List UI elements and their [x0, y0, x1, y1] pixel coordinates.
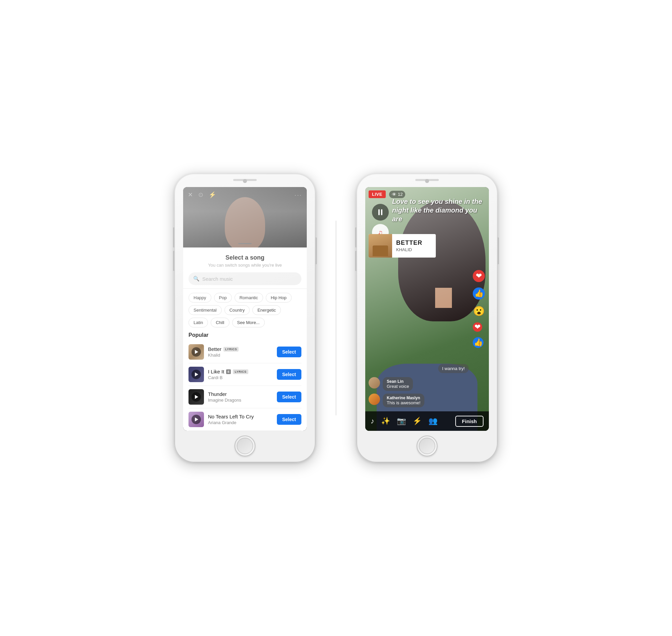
music-bottom-icon[interactable]: ♪: [371, 417, 374, 425]
live-stream-screen: LIVE 👁 12 Love to see you shine in the: [365, 187, 489, 431]
song-info-ilike: I Like It E LYRICS Cardi B: [208, 369, 273, 380]
swipe-handle: [238, 243, 252, 244]
song-card-thumbnail: [369, 234, 392, 258]
lyrics-badge-ilike: LYRICS: [233, 370, 248, 374]
song-artist-thunder: Imagine Dragons: [208, 398, 273, 403]
play-icon-thunder: [192, 392, 201, 402]
home-button-ring-right: [419, 438, 435, 454]
select-button-better[interactable]: Select: [277, 346, 301, 357]
reaction-thumbup-2[interactable]: 👍: [473, 337, 483, 348]
lyrics-overlay: Love to see you shine in the night like …: [392, 197, 485, 223]
reaction-heart[interactable]: ❤: [473, 270, 485, 282]
song-row-notears[interactable]: No Tears Left To Cry Ariana Grande Selec…: [189, 408, 301, 431]
live-badge: LIVE: [369, 191, 386, 198]
select-button-ilike[interactable]: Select: [277, 369, 301, 380]
song-card[interactable]: BETTER KHALID: [369, 234, 436, 258]
genre-tag-romantic[interactable]: Romantic: [234, 293, 263, 302]
reactions-bar: ❤ 👍 😮 ❤ 👍: [473, 270, 485, 348]
avatar-katherine: [369, 394, 380, 405]
phones-divider: [336, 221, 336, 415]
volume-up-btn[interactable]: [173, 227, 174, 247]
viewer-number: 12: [398, 192, 403, 197]
finish-button[interactable]: Finish: [455, 416, 483, 427]
popular-label: Popular: [189, 332, 301, 338]
song-thumb-thunder: [189, 389, 204, 405]
lyrics-text: Love to see you shine in the night like …: [392, 197, 485, 223]
song-list: Better LYRICS Khalid Select: [189, 341, 301, 431]
power-btn-r[interactable]: [498, 237, 499, 264]
comment-iwanna-text: I wanna try!: [442, 366, 465, 371]
more-options-icon[interactable]: ···: [294, 191, 302, 199]
camera-flip-icon[interactable]: 📷: [397, 417, 406, 425]
phone-left: ✕ ⊙ ⚡ ··· Select a song You can switch s…: [174, 174, 315, 462]
volume-down-btn-r[interactable]: [355, 251, 357, 271]
select-button-thunder[interactable]: Select: [277, 392, 301, 402]
pause-button[interactable]: [372, 204, 389, 221]
song-row-thunder[interactable]: Thunder Imagine Dragons Select: [189, 386, 301, 408]
song-row-ilike[interactable]: I Like It E LYRICS Cardi B Select: [189, 363, 301, 386]
genre-tag-latin[interactable]: Latin: [189, 318, 208, 327]
eye-icon: 👁: [392, 192, 397, 197]
person-neck: [435, 288, 452, 308]
song-card-artist: KHALID: [396, 247, 422, 252]
song-info-better: Better LYRICS Khalid: [208, 346, 273, 358]
camera-toolbar: ✕ ⊙ ⚡ ···: [183, 187, 307, 202]
song-card-info: BETTER KHALID: [392, 234, 426, 258]
genre-tag-pop[interactable]: Pop: [214, 293, 232, 302]
flash-bottom-icon[interactable]: ⚡: [412, 417, 422, 425]
select-button-notears[interactable]: Select: [277, 414, 301, 425]
search-bar[interactable]: 🔍 Search music: [189, 272, 301, 285]
comment-bubble-katherine: Katherine Maslyn This is awesome!: [383, 394, 424, 407]
play-icon-ilike: [192, 370, 201, 379]
comments-area: I wanna try! Sean Lin Great voice Kather…: [369, 364, 469, 407]
explicit-badge-ilike: E: [226, 370, 231, 374]
volume-up-btn-r[interactable]: [355, 227, 357, 247]
genre-tag-energetic[interactable]: Energetic: [252, 305, 281, 315]
song-card-artwork: [369, 234, 392, 258]
pause-bar-2: [381, 209, 382, 215]
genre-tag-seemore[interactable]: See More...: [232, 318, 265, 327]
home-button-ring: [237, 438, 253, 454]
avatar-sean: [369, 377, 380, 389]
power-btn[interactable]: [315, 237, 317, 264]
song-thumb-notears: [189, 412, 204, 427]
comment-sean: Sean Lin Great voice: [369, 377, 469, 391]
genre-tag-hiphop[interactable]: Hip Hop: [266, 293, 292, 302]
live-bottom-bar: ♪ ✨ 📷 ⚡ 👥 Finish: [365, 411, 489, 431]
effects-icon[interactable]: ✨: [381, 417, 390, 425]
comment-user-sean: Sean Lin: [387, 379, 409, 384]
camera-icon[interactable]: ⊙: [198, 191, 203, 198]
reaction-heart-2[interactable]: ❤: [473, 322, 482, 332]
song-name-notears: No Tears Left To Cry: [208, 414, 254, 419]
flash-icon[interactable]: ⚡: [209, 191, 216, 198]
song-info-thunder: Thunder Imagine Dragons: [208, 391, 273, 403]
home-button-left[interactable]: [234, 436, 255, 456]
genre-tag-chill[interactable]: Chill: [211, 318, 229, 327]
song-artist-better: Khalid: [208, 353, 273, 358]
reaction-wow[interactable]: 😮: [473, 305, 485, 317]
song-selector-subtitle: You can switch songs while you're live: [189, 263, 301, 267]
song-row-better[interactable]: Better LYRICS Khalid Select: [189, 341, 301, 363]
comment-bubble-sean: Sean Lin Great voice: [383, 377, 413, 391]
reaction-thumbup-1[interactable]: 👍: [473, 287, 485, 300]
phone-top: [174, 174, 315, 184]
lyrics-badge-better: LYRICS: [224, 347, 238, 352]
genre-tag-country[interactable]: Country: [225, 305, 250, 315]
play-triangle: [195, 395, 198, 399]
genre-tag-sentimental[interactable]: Sentimental: [189, 305, 222, 315]
song-name-ilike: I Like It: [208, 369, 224, 374]
song-artist-ilike: Cardi B: [208, 375, 273, 380]
genre-tag-happy[interactable]: Happy: [189, 293, 211, 302]
phone-right: LIVE 👁 12 Love to see you shine in the: [357, 174, 498, 462]
comment-msg-sean: Great voice: [387, 384, 409, 389]
phone-top-right: [357, 174, 498, 184]
search-input[interactable]: Search music: [202, 276, 233, 282]
volume-down-btn[interactable]: [173, 251, 174, 271]
home-button-right[interactable]: [417, 436, 438, 456]
song-selector-panel: Select a song You can switch songs while…: [183, 247, 307, 431]
close-icon[interactable]: ✕: [188, 191, 193, 198]
front-camera: [243, 179, 247, 183]
friends-icon[interactable]: 👥: [428, 417, 438, 425]
genre-tags-container: Happy Pop Romantic Hip Hop Sentimental C…: [189, 293, 301, 327]
play-triangle: [195, 350, 198, 354]
